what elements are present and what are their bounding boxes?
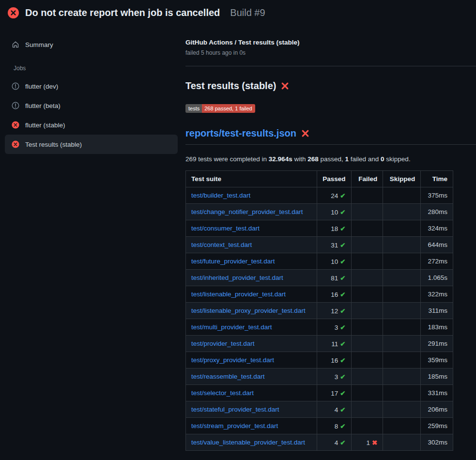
report-heading: reports/test-results.json xyxy=(185,128,476,145)
sidebar-item-job[interactable]: flutter (stable) xyxy=(5,115,178,135)
failed-cell xyxy=(351,319,383,336)
check-icon: ✔ xyxy=(340,307,345,315)
passed-cell: 31✔ xyxy=(317,237,351,253)
table-row: test/stateful_provider_test.dart4✔206ms xyxy=(186,401,453,418)
failed-cell xyxy=(351,237,383,253)
failed-cell xyxy=(351,253,383,270)
test-suite-link[interactable]: test/consumer_test.dart xyxy=(191,225,260,232)
test-suite-link[interactable]: test/builder_test.dart xyxy=(191,192,250,199)
check-icon: ✔ xyxy=(340,340,345,348)
jobs-section-label: Jobs xyxy=(14,65,178,72)
time-cell: 1.065s xyxy=(421,270,453,286)
sidebar-item-job[interactable]: flutter (dev) xyxy=(5,77,178,96)
skipped-cell xyxy=(383,368,421,385)
check-icon: ✔ xyxy=(340,373,345,381)
skipped-cell xyxy=(383,385,421,401)
passed-count: 10 xyxy=(331,209,338,216)
check-icon: ✔ xyxy=(340,242,345,249)
passed-count: 24 xyxy=(331,192,338,199)
summary-failed-count: 1 xyxy=(345,155,349,163)
time-cell: 280ms xyxy=(421,204,453,220)
suite-cell: test/inherited_provider_test.dart xyxy=(186,270,317,286)
passed-cell: 16✔ xyxy=(317,286,351,303)
test-suite-link[interactable]: test/inherited_provider_test.dart xyxy=(191,274,283,281)
build-number: Build #9 xyxy=(230,7,265,18)
test-suite-link[interactable]: test/provider_test.dart xyxy=(191,340,255,347)
test-suite-link[interactable]: test/reassemble_test.dart xyxy=(191,373,265,380)
test-suite-link[interactable]: test/listenable_provider_test.dart xyxy=(191,291,286,298)
failed-cell xyxy=(351,336,383,352)
check-icon: ✔ xyxy=(340,324,345,331)
check-icon: ✔ xyxy=(340,390,345,397)
col-header-failed: Failed xyxy=(351,171,383,187)
test-suite-link[interactable]: test/listenable_proxy_provider_test.dart xyxy=(191,307,306,314)
neutral-circle-icon xyxy=(12,82,19,90)
check-icon: ✔ xyxy=(340,192,345,199)
passed-count: 18 xyxy=(331,225,338,232)
passed-cell: 12✔ xyxy=(317,303,351,319)
col-header-passed: Passed xyxy=(317,171,351,187)
passed-cell: 18✔ xyxy=(317,220,351,237)
test-suite-link[interactable]: test/context_test.dart xyxy=(191,241,252,248)
passed-count: 3 xyxy=(335,324,338,331)
skipped-cell xyxy=(383,187,421,204)
table-row: test/listenable_provider_test.dart16✔322… xyxy=(186,286,453,303)
time-cell: 183ms xyxy=(421,319,453,336)
table-row: test/listenable_proxy_provider_test.dart… xyxy=(186,303,453,319)
test-suite-link[interactable]: test/value_listenable_provider_test.dart xyxy=(191,439,305,446)
failed-cell xyxy=(351,303,383,319)
passed-count: 31 xyxy=(331,242,338,249)
suite-cell: test/context_test.dart xyxy=(186,237,317,253)
sidebar-item-summary[interactable]: Summary xyxy=(5,35,178,54)
sidebar-item-job[interactable]: flutter (beta) xyxy=(5,96,178,115)
tests-badge: tests 268 passed, 1 failed xyxy=(185,104,255,113)
table-row: test/stream_provider_test.dart8✔259ms xyxy=(186,418,453,434)
failed-count: 1 xyxy=(366,439,370,446)
check-icon: ✔ xyxy=(340,291,345,298)
col-header-time: Time xyxy=(421,171,453,187)
job-label: flutter (beta) xyxy=(25,102,61,109)
check-icon: ✔ xyxy=(340,275,345,282)
failed-cell xyxy=(351,204,383,220)
failed-cell xyxy=(351,187,383,204)
table-row: test/inherited_provider_test.dart81✔1.06… xyxy=(186,270,453,286)
summary-text: 269 tests were completed in xyxy=(185,155,269,163)
failed-cell xyxy=(351,352,383,368)
test-suite-link[interactable]: test/stateful_provider_test.dart xyxy=(191,406,279,413)
run-meta: failed 5 hours ago in 0s xyxy=(185,49,476,56)
test-suite-link[interactable]: test/future_provider_test.dart xyxy=(191,258,275,265)
suite-cell: test/future_provider_test.dart xyxy=(186,253,317,270)
check-icon: ✔ xyxy=(340,225,345,232)
passed-cell: 10✔ xyxy=(317,204,351,220)
report-file-link[interactable]: reports/test-results.json xyxy=(185,128,296,139)
jobs-list: flutter (dev)flutter (beta)flutter (stab… xyxy=(5,77,178,154)
time-cell: 272ms xyxy=(421,253,453,270)
time-cell: 324ms xyxy=(421,220,453,237)
table-row: test/change_notifier_provider_test.dart1… xyxy=(186,204,453,220)
test-suite-link[interactable]: test/change_notifier_provider_test.dart xyxy=(191,208,303,215)
skipped-cell xyxy=(383,270,421,286)
page-header: Do not create report when job is cancell… xyxy=(0,0,476,25)
test-suite-link[interactable]: test/proxy_provider_test.dart xyxy=(191,356,274,364)
skipped-cell xyxy=(383,253,421,270)
passed-cell: 4✔ xyxy=(317,434,351,451)
test-suite-link[interactable]: test/selector_test.dart xyxy=(191,389,254,397)
passed-count: 10 xyxy=(331,258,338,265)
sidebar-item-job[interactable]: Test results (stable) xyxy=(5,135,178,154)
failed-cell xyxy=(351,368,383,385)
passed-count: 12 xyxy=(331,307,338,315)
check-icon: ✔ xyxy=(340,258,345,265)
suite-cell: test/value_listenable_provider_test.dart xyxy=(186,434,317,451)
failed-x-icon xyxy=(281,82,289,90)
time-cell: 331ms xyxy=(421,385,453,401)
time-cell: 206ms xyxy=(421,401,453,418)
passed-cell: 3✔ xyxy=(317,368,351,385)
failed-cell: 1✖ xyxy=(351,434,383,451)
test-suite-link[interactable]: test/multi_provider_test.dart xyxy=(191,323,272,331)
cross-icon: ✖ xyxy=(372,439,377,446)
table-row: test/multi_provider_test.dart3✔183ms xyxy=(186,319,453,336)
suite-cell: test/stream_provider_test.dart xyxy=(186,418,317,434)
test-suite-link[interactable]: test/stream_provider_test.dart xyxy=(191,422,278,429)
test-results-table: Test suite Passed Failed Skipped Time te… xyxy=(185,170,453,451)
check-icon: ✔ xyxy=(340,357,345,364)
